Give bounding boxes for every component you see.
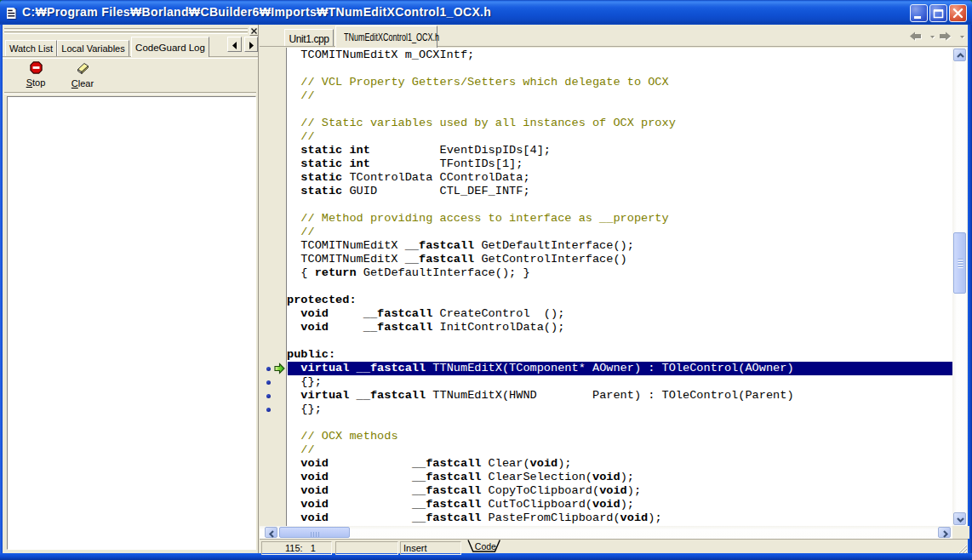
svg-text:Code: Code (475, 541, 496, 551)
